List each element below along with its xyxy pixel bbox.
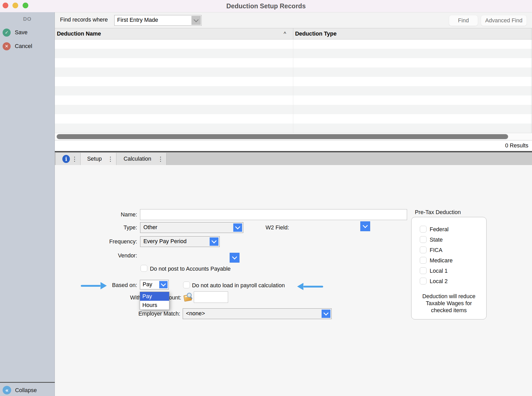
table-row[interactable] xyxy=(55,77,532,86)
dropdown-button[interactable] xyxy=(159,281,168,288)
sort-ascending-icon[interactable]: ^ xyxy=(284,31,286,37)
dropdown-button[interactable] xyxy=(322,310,330,318)
advanced-find-button[interactable]: Advanced Find xyxy=(481,15,527,26)
pretax-row: Local 1 xyxy=(411,267,486,277)
checkbox-label: Federal xyxy=(430,226,449,233)
table-right-border xyxy=(531,28,531,140)
sidebar: DO ✓ Save ✕ Cancel « Collapse xyxy=(0,12,55,396)
dropdown-button[interactable] xyxy=(233,223,242,232)
table-row[interactable] xyxy=(55,95,532,105)
tab-info[interactable]: i ⋮ xyxy=(55,153,81,165)
cancel-button-label: Cancel xyxy=(15,43,32,50)
scrollbar-thumb[interactable] xyxy=(57,134,508,139)
tab-bar: i ⋮ Setup ⋮ Calculation ⋮ xyxy=(55,152,532,165)
table-row[interactable] xyxy=(55,124,532,133)
type-dropdown[interactable]: Other xyxy=(140,222,243,233)
checkbox-local-1[interactable] xyxy=(420,267,427,274)
checkbox-state[interactable] xyxy=(420,236,427,243)
save-button-label: Save xyxy=(15,29,28,36)
table-row[interactable] xyxy=(55,114,532,124)
kebab-menu-icon[interactable]: ⋮ xyxy=(71,156,78,162)
frequency-value: Every Pay Period xyxy=(143,238,187,245)
vendor-dropdown-button[interactable] xyxy=(230,253,240,263)
dropdown-button[interactable] xyxy=(191,16,201,25)
checkbox-label: Local 1 xyxy=(430,268,448,274)
pretax-row: Medicare xyxy=(411,256,486,267)
based-on-options-list: PayHours xyxy=(140,292,169,310)
tab-calculation[interactable]: Calculation ⋮ xyxy=(116,153,167,165)
column-header-deduction-name[interactable]: Deduction Name xyxy=(57,31,101,37)
checkbox-federal[interactable] xyxy=(420,226,427,233)
checkbox-local-2[interactable] xyxy=(420,278,427,284)
save-button[interactable]: ✓ Save xyxy=(0,29,55,38)
column-divider-body xyxy=(293,39,293,133)
dropdown-button[interactable] xyxy=(210,237,218,246)
pretax-checkbox-list: FederalStateFICAMedicareLocal 1Local 2 xyxy=(411,225,486,287)
pretax-row: Local 2 xyxy=(411,277,486,287)
chevron-down-icon xyxy=(232,254,237,260)
checkbox-do-not-auto-load[interactable] xyxy=(183,282,190,288)
window-title: Deduction Setup Records xyxy=(0,2,532,10)
find-field-value: First Entry Made xyxy=(117,17,158,23)
withholding-amount-input[interactable] xyxy=(194,291,228,303)
frequency-dropdown[interactable]: Every Pay Period xyxy=(140,236,220,247)
find-bar: Find records where First Entry Made Find… xyxy=(55,12,532,28)
chevron-down-icon xyxy=(363,223,368,228)
table-row[interactable] xyxy=(55,86,532,95)
name-input[interactable] xyxy=(140,209,407,220)
w2-field-label: W2 Field: xyxy=(247,224,289,231)
vendor-label: Vendor: xyxy=(77,252,137,259)
app-window: Deduction Setup Records DO ✓ Save ✕ Canc… xyxy=(0,0,532,396)
chevron-down-icon xyxy=(211,238,217,243)
check-circle-icon: ✓ xyxy=(3,29,11,37)
column-divider xyxy=(293,28,293,39)
dropdown-option-pay[interactable]: Pay xyxy=(140,292,169,301)
based-on-dropdown[interactable]: Pay xyxy=(140,280,169,290)
table-row[interactable] xyxy=(55,39,532,49)
table-row[interactable] xyxy=(55,58,532,67)
cancel-button[interactable]: ✕ Cancel xyxy=(0,42,55,52)
dropdown-option-hours[interactable]: Hours xyxy=(140,301,169,310)
based-on-value: Pay xyxy=(143,281,152,288)
checkbox-fica[interactable] xyxy=(420,247,427,253)
tab-setup[interactable]: Setup ⋮ xyxy=(81,153,116,165)
column-header-deduction-type[interactable]: Deduction Type xyxy=(295,31,337,37)
pretax-row: State xyxy=(411,235,486,246)
table-row[interactable] xyxy=(55,49,532,58)
info-icon: i xyxy=(62,155,70,163)
type-label: Type: xyxy=(77,224,137,231)
kebab-menu-icon[interactable]: ⋮ xyxy=(107,156,114,162)
pretax-deduction-panel: FederalStateFICAMedicareLocal 1Local 2 D… xyxy=(411,217,487,319)
frequency-label: Frequency: xyxy=(77,238,137,245)
chevron-down-icon xyxy=(323,310,329,316)
table-row[interactable] xyxy=(55,105,532,114)
employer-match-value: <none> xyxy=(186,310,205,317)
table-header: Deduction Name ^ Deduction Type xyxy=(55,28,532,39)
tab-calculation-label: Calculation xyxy=(119,156,156,162)
do-not-post-label: Do not post to Accounts Payable xyxy=(150,266,231,272)
find-button[interactable]: Find xyxy=(449,15,478,26)
employer-match-dropdown[interactable]: <none> xyxy=(183,308,332,319)
table-body xyxy=(55,39,532,133)
callout-arrow-left-icon xyxy=(297,283,323,290)
find-records-where-label: Find records where xyxy=(60,17,108,23)
cross-circle-icon: ✕ xyxy=(3,42,11,50)
do-not-auto-load-label: Do not auto load in payroll calculation xyxy=(192,282,285,289)
checkbox-do-not-post-to-accounts-payable[interactable] xyxy=(141,265,147,272)
lookup-book-magnifier-icon[interactable] xyxy=(184,292,193,302)
w2-field-dropdown-button[interactable] xyxy=(360,221,370,231)
pretax-note: Deduction will reduce Taxable Wages for … xyxy=(415,293,482,314)
pretax-deduction-title: Pre-Tax Deduction xyxy=(415,209,461,216)
horizontal-scrollbar[interactable] xyxy=(55,133,532,140)
collapse-button[interactable]: « Collapse xyxy=(0,386,55,395)
type-value: Other xyxy=(143,224,157,231)
table-row[interactable] xyxy=(55,67,532,77)
find-field-dropdown[interactable]: First Entry Made xyxy=(114,15,202,26)
checkbox-label: FICA xyxy=(430,247,442,254)
pretax-row: FICA xyxy=(411,246,486,256)
checkbox-medicare[interactable] xyxy=(420,257,427,264)
collapse-chevrons-icon: « xyxy=(3,386,11,394)
chevron-down-icon xyxy=(235,224,240,229)
kebab-menu-icon[interactable]: ⋮ xyxy=(157,156,164,162)
sidebar-header: DO xyxy=(0,16,55,22)
